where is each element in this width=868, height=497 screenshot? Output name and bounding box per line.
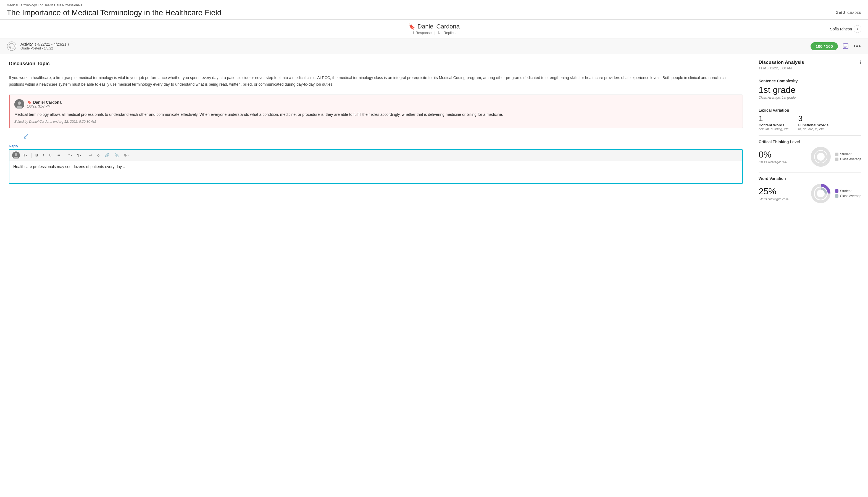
activity-info: Activity ( 4/22/21 - 4/23/21 ) Grade Pos…: [20, 42, 69, 50]
more-options-button[interactable]: •••: [853, 43, 862, 50]
word-variation-value: 25%: [759, 186, 810, 197]
word-variation-avg: Class Average: 25%: [759, 197, 810, 201]
discussion-body: If you work in healthcare, a firm grasp …: [9, 75, 743, 88]
italic-button[interactable]: I: [41, 152, 46, 158]
analysis-title: Discussion Analysis: [759, 60, 804, 65]
word-variation-chart-area: Student Class Average: [810, 182, 862, 204]
separator: |: [434, 31, 435, 35]
sentence-complexity-avg: Class Average: 1st grade: [759, 96, 862, 100]
word-variation-section: Word Variation 25% Class Average: 25%: [759, 176, 862, 204]
word-class-avg-legend-dot: [835, 194, 838, 198]
word-class-avg-legend-item: Class Average: [835, 194, 862, 198]
critical-thinking-legend: Student Class Average: [835, 152, 862, 161]
class-avg-legend-dot: [835, 158, 838, 161]
right-panel: Discussion Analysis ℹ as of 8/12/22, 3:0…: [752, 54, 868, 497]
student-center: 🔖 Daniel Cardona 1 Response | No Replies: [292, 23, 576, 35]
word-class-avg-legend-label: Class Average: [840, 194, 862, 198]
course-label: Medical Terminology For Health Care Prof…: [6, 3, 862, 7]
bold-button[interactable]: B: [34, 152, 40, 158]
main-content: Discussion Topic If you work in healthca…: [0, 54, 868, 497]
grade-pill: 100 / 100: [811, 42, 838, 50]
more-format-button[interactable]: •••: [55, 152, 62, 158]
word-variation-label: Word Variation: [759, 176, 862, 181]
svg-point-11: [15, 153, 17, 156]
student-legend-label: Student: [840, 152, 851, 156]
student-meta: 1 Response | No Replies: [412, 31, 456, 35]
insert-button[interactable]: ⊕ ▾: [122, 152, 130, 158]
word-student-legend-dot: [835, 189, 838, 193]
reply-link[interactable]: Reply: [9, 144, 18, 148]
rubric-button[interactable]: [841, 42, 850, 51]
divider-2: [759, 104, 862, 104]
next-student-button[interactable]: Sofia Rincon ›: [576, 25, 862, 33]
critical-thinking-section: Critical Thinking Level 0% Class Average…: [759, 140, 862, 168]
functional-words-num: 3: [798, 114, 803, 123]
eraser-button[interactable]: ◇: [95, 152, 102, 158]
svg-point-0: [7, 42, 16, 51]
reply-count: No Replies: [438, 31, 456, 35]
class-avg-legend-label: Class Average: [840, 157, 862, 161]
undo-button[interactable]: ↩: [88, 152, 94, 158]
word-variation-chart-left: 25% Class Average: 25%: [759, 186, 810, 201]
graded-badge: 2 of 2 GRADED: [836, 8, 862, 15]
response-header: 🔖 Daniel Cardona 1/3/22, 3:57 PM: [14, 99, 738, 109]
toolbar-separator-3: [85, 153, 85, 158]
page-title-row: The Importance of Medical Terminology in…: [6, 8, 862, 17]
functional-words-sub: to, be, are, is, etc.: [798, 127, 828, 131]
lexical-row: 1 Content Words cellular, building, etc.…: [759, 114, 862, 131]
info-icon[interactable]: ℹ: [860, 60, 862, 65]
reply-editor: T ▾ B I U ••• ≡ ▾ ¶ ▾ ↩ ◇: [9, 149, 743, 184]
critical-thinking-chart-left: 0% Class Average: 0%: [759, 150, 810, 164]
next-arrow-icon[interactable]: ›: [854, 25, 862, 33]
response-author: 🔖 Daniel Cardona: [27, 100, 62, 104]
word-student-legend-label: Student: [840, 189, 851, 193]
svg-point-1: [9, 43, 14, 49]
critical-thinking-chart-area: Student Class Average: [810, 146, 862, 168]
text-style-button[interactable]: T ▾: [21, 152, 29, 158]
lexical-variation-section: Lexical Variation 1 Content Words cellul…: [759, 108, 862, 131]
activity-left: Activity ( 4/22/21 - 4/23/21 ) Grade Pos…: [6, 41, 69, 51]
attach-button[interactable]: 📎: [113, 152, 120, 158]
activity-right: 100 / 100 •••: [811, 42, 862, 51]
functional-words: 3 Functional Words to, be, are, is, etc.: [798, 114, 828, 131]
paragraph-button[interactable]: ¶ ▾: [76, 152, 83, 158]
response-card: 🔖 Daniel Cardona 1/3/22, 3:57 PM Medical…: [9, 95, 743, 128]
avatar: [14, 99, 24, 109]
discussion-topic-title: Discussion Topic: [9, 61, 743, 70]
divider-4: [759, 172, 862, 172]
svg-point-8: [18, 101, 21, 105]
student-header: 🔖 Daniel Cardona 1 Response | No Replies…: [0, 19, 868, 39]
response-edited: Edited by Daniel Cardona on Aug 12, 2022…: [14, 120, 738, 124]
sentence-complexity-value: 1st grade: [759, 85, 862, 95]
critical-thinking-chart-row: 0% Class Average: 0% Student: [759, 146, 862, 168]
grade-posted: Grade Posted - 1/3/22: [20, 46, 69, 50]
word-student-legend-item: Student: [835, 189, 862, 193]
editor-toolbar: T ▾ B I U ••• ≡ ▾ ¶ ▾ ↩ ◇: [10, 150, 742, 161]
align-button[interactable]: ≡ ▾: [67, 152, 74, 158]
bookmark-icon: 🔖: [408, 23, 415, 30]
svg-point-2: [9, 46, 11, 48]
editor-avatar: [12, 152, 20, 159]
word-variation-legend: Student Class Average: [835, 189, 862, 198]
underline-button[interactable]: U: [47, 152, 53, 158]
chat-icon: [6, 41, 17, 51]
link-button[interactable]: 🔗: [103, 152, 111, 158]
critical-thinking-donut: [810, 146, 832, 168]
reply-arrow-icon: ↙: [23, 131, 743, 141]
functional-words-label: Functional Words: [798, 123, 828, 127]
sentence-complexity-label: Sentence Complexity: [759, 79, 862, 83]
class-avg-legend-item: Class Average: [835, 157, 862, 161]
editor-body[interactable]: Healthcare professionals may see dozens …: [10, 161, 742, 183]
activity-bar: Activity ( 4/22/21 - 4/23/21 ) Grade Pos…: [0, 39, 868, 54]
left-panel: Discussion Topic If you work in healthca…: [0, 54, 752, 497]
lexical-variation-label: Lexical Variation: [759, 108, 862, 113]
critical-thinking-value: 0%: [759, 150, 810, 160]
student-name-row: 🔖 Daniel Cardona: [408, 23, 460, 30]
critical-thinking-label: Critical Thinking Level: [759, 140, 862, 144]
bookmark-small-icon: 🔖: [27, 100, 31, 104]
page-title: The Importance of Medical Terminology in…: [6, 8, 830, 17]
content-words-label: Content Words: [759, 123, 789, 127]
graded-count: 2 of 2: [836, 11, 845, 15]
student-name: Daniel Cardona: [417, 23, 460, 30]
sentence-complexity-section: Sentence Complexity 1st grade Class Aver…: [759, 79, 862, 100]
